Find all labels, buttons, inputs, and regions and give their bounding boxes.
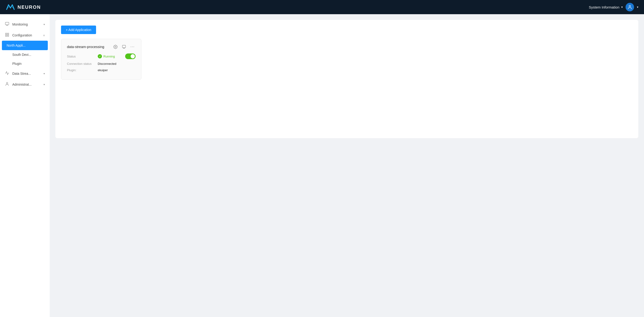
status-label: Status xyxy=(67,55,98,58)
app-header: NEURON System Information ▾ ▾ xyxy=(0,0,644,14)
administration-icon xyxy=(5,82,10,87)
add-application-label: + Add Application xyxy=(66,28,91,32)
app-toggle[interactable] xyxy=(125,54,136,59)
gear-icon xyxy=(113,45,118,49)
content-panel: + Add Application data-stream-processing xyxy=(55,20,638,138)
sidebar-item-monitoring[interactable]: Monitoring ▾ xyxy=(0,19,50,30)
system-info-button[interactable]: System Information ▾ xyxy=(589,5,623,9)
user-icon xyxy=(628,5,632,10)
user-chevron-icon[interactable]: ▾ xyxy=(637,6,638,9)
app-name: data-stream-processing xyxy=(67,45,110,49)
svg-point-8 xyxy=(115,46,116,47)
settings-button[interactable] xyxy=(112,44,118,50)
sidebar-north-applications-label: North Appli... xyxy=(6,44,43,47)
logo-text: NEURON xyxy=(18,4,41,10)
plugin-label: Plugin: xyxy=(67,68,98,72)
sidebar-data-stream-label: Data Strea... xyxy=(12,72,41,76)
sidebar-item-data-stream[interactable]: Data Strea... ▾ xyxy=(0,68,50,79)
user-avatar[interactable] xyxy=(626,3,634,11)
svg-rect-4 xyxy=(8,33,9,34)
main-layout: Monitoring ▾ Configuration ∧ North Appli… xyxy=(0,14,644,317)
svg-point-7 xyxy=(6,82,8,84)
system-info-label: System Information xyxy=(589,5,620,9)
more-options-button[interactable]: ··· xyxy=(130,44,136,50)
sidebar-south-devices-label: South Devi... xyxy=(12,53,45,56)
chart-button[interactable] xyxy=(121,44,127,50)
monitor-icon xyxy=(5,22,10,27)
sidebar-monitoring-label: Monitoring xyxy=(12,22,41,26)
data-stream-icon xyxy=(5,71,10,76)
sidebar-item-north-applications[interactable]: North Appli... xyxy=(2,41,48,50)
sidebar-item-configuration[interactable]: Configuration ∧ xyxy=(0,30,50,41)
svg-rect-1 xyxy=(6,22,9,25)
svg-rect-5 xyxy=(6,35,6,36)
connection-status-label: Connection status xyxy=(67,62,98,66)
svg-point-0 xyxy=(629,6,631,7)
svg-rect-3 xyxy=(6,33,6,34)
administration-chevron-icon: ▾ xyxy=(44,83,45,86)
status-check-icon: ✓ xyxy=(98,54,102,58)
configuration-chevron-icon: ∧ xyxy=(43,34,45,37)
status-value-group: ✓ Running xyxy=(98,54,115,58)
card-header: data-stream-processing xyxy=(67,44,136,50)
application-card: data-stream-processing xyxy=(61,39,142,80)
header-right-group: System Information ▾ ▾ xyxy=(589,3,638,11)
configuration-icon xyxy=(5,33,10,38)
plugin-row: Plugin: ekuiper xyxy=(67,68,136,72)
sidebar-plugin-label: Plugin xyxy=(12,62,45,66)
svg-rect-6 xyxy=(8,35,9,36)
connection-status-value: Disconnected xyxy=(98,62,116,66)
status-row: Status ✓ Running xyxy=(67,54,136,59)
add-application-button[interactable]: + Add Application xyxy=(61,26,96,34)
sidebar-item-plugin[interactable]: Plugin xyxy=(0,59,50,68)
svg-rect-9 xyxy=(122,45,126,48)
chart-icon xyxy=(122,45,126,49)
plugin-value: ekuiper xyxy=(98,68,108,72)
sidebar-configuration-label: Configuration xyxy=(12,33,40,37)
sidebar-item-south-devices[interactable]: South Devi... xyxy=(0,50,50,59)
sidebar: Monitoring ▾ Configuration ∧ North Appli… xyxy=(0,14,50,317)
sidebar-administration-label: Administrat... xyxy=(12,82,41,86)
status-value: Running xyxy=(104,55,115,58)
ellipsis-icon: ··· xyxy=(130,44,134,49)
monitoring-chevron-icon: ▾ xyxy=(44,23,45,26)
system-info-chevron-icon: ▾ xyxy=(621,6,623,9)
sidebar-item-administration[interactable]: Administrat... ▾ xyxy=(0,79,50,90)
header-logo-group: NEURON xyxy=(6,3,41,11)
neuron-logo-icon xyxy=(6,3,15,11)
connection-status-row: Connection status Disconnected xyxy=(67,62,136,66)
data-stream-chevron-icon: ▾ xyxy=(44,72,45,75)
toggle-slider xyxy=(125,54,136,59)
main-content: + Add Application data-stream-processing xyxy=(50,14,644,317)
